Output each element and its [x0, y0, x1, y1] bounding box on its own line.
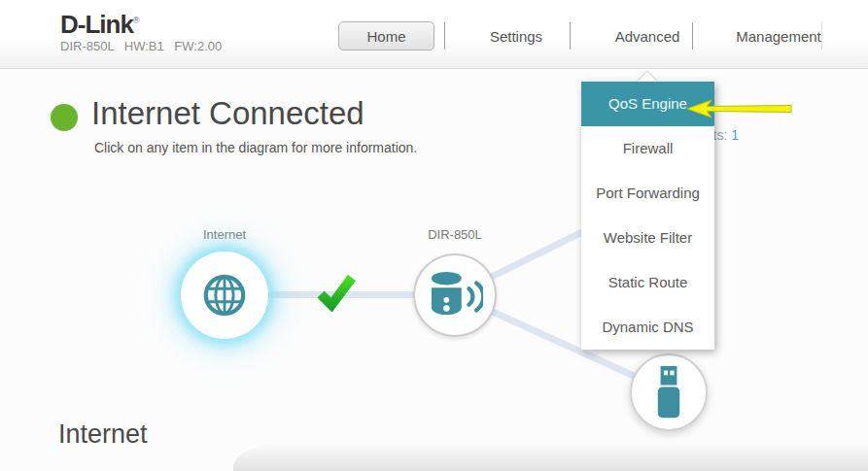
model-firmware-text: DIR-850L HW:B1 FW:2.00	[60, 39, 222, 53]
nav-tab-home[interactable]: Home	[338, 21, 434, 50]
registered-mark: ®	[133, 16, 140, 25]
menu-item-firewall[interactable]: Firewall	[581, 126, 714, 171]
usb-device-node[interactable]	[630, 353, 708, 431]
connected-clients-count: 1	[731, 127, 739, 143]
nav-tab-settings[interactable]: Settings	[468, 28, 565, 45]
internet-node[interactable]	[181, 252, 268, 339]
globe-icon	[202, 273, 247, 318]
page-title: Internet Connected	[91, 95, 365, 132]
usb-drive-icon	[652, 365, 685, 420]
menu-item-dynamic-dns[interactable]: Dynamic DNS	[581, 305, 714, 350]
dlink-logo: D-Link®	[60, 10, 140, 40]
router-node[interactable]	[413, 253, 497, 337]
menu-item-static-route[interactable]: Static Route	[581, 260, 714, 305]
logo-text: D-Link	[60, 10, 133, 39]
nav-divider	[444, 22, 445, 50]
lower-panel-shadow	[233, 442, 868, 471]
header-bar: D-Link® DIR-850L HW:B1 FW:2.00 Home Sett…	[0, 0, 868, 69]
menu-item-port-forwarding[interactable]: Port Forwarding	[581, 171, 714, 216]
nav-divider	[692, 22, 693, 50]
router-wifi-icon	[427, 269, 483, 321]
internet-status-dot	[51, 104, 78, 131]
annotation-arrow	[684, 98, 795, 123]
link-ok-indicator	[316, 273, 357, 316]
nav-tab-advanced[interactable]: Advanced	[599, 28, 696, 45]
nav-divider	[570, 22, 571, 50]
section-title-internet: Internet	[58, 420, 148, 450]
internet-node-label: Internet	[181, 227, 268, 242]
green-checkmark-icon	[316, 273, 357, 312]
page-subtitle: Click on any item in the diagram for mor…	[94, 140, 417, 155]
router-node-label: DIR-850L	[406, 227, 503, 242]
yellow-arrow-icon	[684, 98, 795, 119]
menu-item-website-filter[interactable]: Website Filter	[581, 216, 714, 260]
nav-divider	[821, 22, 822, 50]
nav-tab-management[interactable]: Management	[725, 28, 832, 45]
